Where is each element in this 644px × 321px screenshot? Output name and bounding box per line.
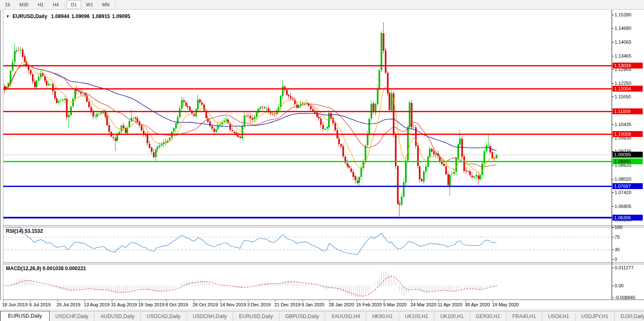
date-tick xyxy=(439,300,439,302)
date-tick xyxy=(3,300,3,302)
macd-axis-tick: 0.011277 xyxy=(615,265,633,270)
macd-axis-tick: 0.00 xyxy=(615,283,623,288)
chart-tab-eurusd-daily[interactable]: EURUSD,Daily xyxy=(233,313,279,321)
price-badge-1.08800: 1.08800 xyxy=(612,158,643,164)
chart-tab-usdcad-daily[interactable]: USDCAD,Daily xyxy=(141,313,187,321)
date-label: 6 Jul 2019 xyxy=(29,302,51,307)
chart-tab-usdjpy-h1[interactable]: USDJPY,H1 xyxy=(576,313,615,321)
chart-tab-fra40-h1[interactable]: FRA40,H1 xyxy=(507,313,542,321)
chart-window: ▼EURUSD,Daily1.089441.090961.089151.0909… xyxy=(0,10,644,311)
date-tick xyxy=(384,300,384,302)
rsi-axis-tick: 100 xyxy=(615,225,622,230)
chart-menu-arrow-icon[interactable]: ▼ xyxy=(6,14,10,18)
chart-tab-usdchf-daily[interactable]: USDCHF,Daily xyxy=(50,313,95,321)
date-label: 9 Jan 2020 xyxy=(302,302,324,307)
date-label: 30 Apr 2020 xyxy=(465,302,490,307)
timeframe-button-m30[interactable]: M30 xyxy=(15,0,32,9)
price-badge-1.09095: 1.09095 xyxy=(612,152,643,158)
timeframe-button-mn[interactable]: MN xyxy=(98,0,113,9)
date-tick xyxy=(166,300,167,302)
date-label: 18 Jun 2019 xyxy=(2,302,28,307)
chart-tab-gbpusd-daily[interactable]: GBPUSD,Daily xyxy=(279,313,326,321)
macd-axis-tick: -0.008845 xyxy=(615,295,636,300)
price-axis-tick: 1.10435 xyxy=(615,122,631,127)
rsi-axis-tick: 30 xyxy=(615,247,620,252)
date-tick xyxy=(248,300,248,302)
chart-tab-dj30-daily[interactable]: DJ30,Daily xyxy=(615,313,644,321)
price-badge-1.11009: 1.11009 xyxy=(612,108,643,114)
date-label: 14 Nov 2019 xyxy=(220,302,246,307)
chart-tab-xauusd-h4[interactable]: XAUUSD,H4 xyxy=(325,313,366,321)
chart-tab-bar: EURUSD,DailyUSDCHF,DailyAUDUSD,DailyUSDC… xyxy=(0,311,644,321)
macd-indicator-label: MACD(12,26,9) 0.001038 0.000221 xyxy=(6,266,86,271)
date-axis: 18 Jun 20196 Jul 201925 Jul 201913 Aug 2… xyxy=(0,300,644,311)
date-tick xyxy=(275,300,276,302)
timeframe-button-d1[interactable]: D1 xyxy=(67,0,81,9)
date-label: 15 Feb 2020 xyxy=(356,302,382,307)
price-badge-1.13034: 1.13034 xyxy=(612,63,643,68)
date-tick xyxy=(30,300,31,302)
chart-symbol-label: EURUSD,Daily xyxy=(13,13,47,19)
ohlc-close: 1.09095 xyxy=(112,13,130,19)
rsi-axis-tick: 0 xyxy=(615,257,617,262)
ohlc-high: 1.09096 xyxy=(71,13,89,19)
chart-title: ▼EURUSD,Daily1.089441.090961.089151.0909… xyxy=(6,13,132,19)
rsi-indicator-label: RSI(14) 53.1532 xyxy=(6,228,43,234)
date-tick xyxy=(466,300,466,302)
date-label: 28 Jan 2020 xyxy=(329,302,355,307)
price-axis-tick: 1.14680 xyxy=(615,26,631,31)
price-axis-tick: 1.11650 xyxy=(615,94,631,99)
ohlc-open: 1.08944 xyxy=(51,13,69,19)
price-axis-tick: 1.14065 xyxy=(615,39,631,45)
date-label: 11 Apr 2020 xyxy=(438,302,463,307)
date-label: 24 Mar 2020 xyxy=(410,302,436,307)
price-badge-1.06306: 1.06306 xyxy=(612,215,643,221)
date-tick xyxy=(302,300,303,302)
price-axis-tick: 1.12250 xyxy=(615,81,631,86)
price-badge-1.12004: 1.12004 xyxy=(612,86,643,92)
price-axis-tick: 1.07420 xyxy=(615,190,631,195)
date-label: 25 Jul 2019 xyxy=(57,302,81,307)
date-label: 5 Mar 2020 xyxy=(383,302,407,307)
rsi-axis-tick: 70 xyxy=(615,234,620,239)
timeframe-button-h4[interactable]: H4 xyxy=(49,0,63,9)
timeframe-button-15[interactable]: 15 xyxy=(1,0,14,9)
date-tick xyxy=(139,300,139,302)
date-tick xyxy=(357,300,357,302)
toolbar-separator xyxy=(65,1,65,8)
chart-tab-audusd-daily[interactable]: AUDUSD,Daily xyxy=(95,313,141,321)
date-tick xyxy=(221,300,221,302)
price-axis-tick: 1.15280 xyxy=(615,12,631,17)
toolbar-separator xyxy=(115,1,116,8)
price-axis-tick: 1.06805 xyxy=(615,204,631,209)
price-axis-tick: 1.08020 xyxy=(615,176,631,182)
date-label: 3 Dec 2019 xyxy=(247,302,271,307)
chart-tab-usdcnh-daily[interactable]: USDCNH,Daily xyxy=(187,313,233,321)
chart-tab-uk100-h1[interactable]: UK100,H1 xyxy=(399,313,434,321)
date-label: 19 May 2020 xyxy=(492,302,519,307)
date-tick xyxy=(58,300,58,302)
date-label: 31 Aug 2019 xyxy=(111,302,137,307)
date-tick xyxy=(84,300,85,302)
chart-tab-uk100-h1[interactable]: UK100,H1 xyxy=(434,313,470,321)
date-tick xyxy=(411,300,412,302)
date-tick xyxy=(330,300,330,302)
chart-tab-ger30-h1[interactable]: GER30,H1 xyxy=(470,313,507,321)
timeframe-button-h1[interactable]: H1 xyxy=(34,0,48,9)
date-label: 21 Dec 2019 xyxy=(274,302,300,307)
price-badge-1.07697: 1.07697 xyxy=(612,183,643,189)
date-label: 8 Oct 2019 xyxy=(166,302,188,307)
price-badge-1.10008: 1.10008 xyxy=(612,131,643,137)
ohlc-low: 1.08915 xyxy=(92,13,110,19)
price-chart-canvas[interactable] xyxy=(0,10,644,300)
chart-tab-hk50-h1[interactable]: HK50,H1 xyxy=(366,313,399,321)
date-tick xyxy=(493,300,493,302)
date-tick xyxy=(112,300,112,302)
timeframe-button-w1[interactable]: W1 xyxy=(82,0,97,9)
timeframe-toolbar: 15M30H1H4D1W1MN xyxy=(0,0,644,10)
date-label: 19 Sep 2019 xyxy=(138,302,164,307)
chart-tab-eurusd-daily[interactable]: EURUSD,Daily xyxy=(0,311,50,321)
chart-tab-usoil-h1[interactable]: USOil,H1 xyxy=(542,313,576,321)
date-tick xyxy=(194,300,194,302)
date-label: 13 Aug 2019 xyxy=(84,302,110,307)
